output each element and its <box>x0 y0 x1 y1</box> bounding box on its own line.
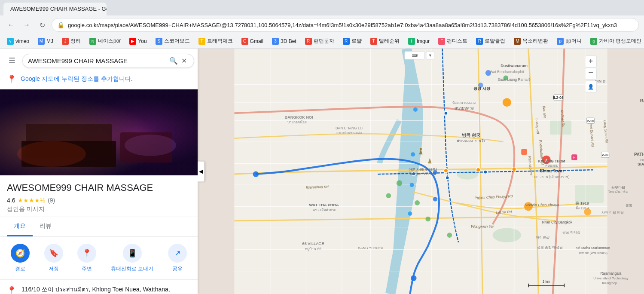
svg-text:Temple (Wat Khaek): Temple (Wat Khaek) <box>578 251 607 255</box>
bookmark-youtube[interactable]: ▶ You <box>126 36 150 46</box>
svg-point-50 <box>397 180 402 186</box>
svg-text:Rajamangala: Rajamangala <box>600 271 621 276</box>
bookmark-3dbet[interactable]: 3 3D Bet <box>269 36 300 46</box>
photo-svg <box>0 89 198 175</box>
svg-text:SIAM AREA: SIAM AREA <box>638 162 644 166</box>
bookmark-jeongli[interactable]: J 정리 <box>58 36 84 46</box>
svg-text:Dusitwanaram: Dusitwanaram <box>501 64 528 68</box>
send-to-phone-button[interactable]: 📱 휴대전화로 보내기 <box>111 244 153 273</box>
browser-chrome: AWESOME999 CHAIR MASSAGE - Google 지도 ← →… <box>0 0 644 49</box>
sidebar-panel: ☰ 🔍 ✕ 📍 Google 지도에 누락된 장소를 추가합니다. <box>0 49 198 294</box>
map-area[interactable]: ◀ .road { stroke: #fff; fill: none; } .r… <box>198 49 644 294</box>
bookmark-mj[interactable]: M MJ <box>34 36 57 46</box>
svg-point-40 <box>420 148 422 150</box>
tab-overview[interactable]: 개요 <box>7 217 33 236</box>
yt-favicon: ▶ <box>129 38 136 45</box>
directions-button[interactable]: 🧭 경로 <box>11 244 30 273</box>
bookmark-royal[interactable]: R 로얄 <box>339 36 365 46</box>
royal-favicon: R <box>343 38 350 45</box>
save-button[interactable]: 🔖 저장 <box>44 244 63 273</box>
vimeo-favicon: v <box>7 38 14 45</box>
missing-place-notice[interactable]: 📍 Google 지도에 누락된 장소를 추가합니다. <box>0 69 198 89</box>
svg-text:WAT THA PHRA: WAT THA PHRA <box>309 203 339 207</box>
svg-text:2-10: 2-10 <box>587 119 594 123</box>
forward-button[interactable]: → <box>21 19 33 31</box>
map-collapse-button[interactable]: ◀ <box>198 161 204 182</box>
bookmark-london[interactable]: R 런던문자 <box>302 36 338 46</box>
search-input-wrapper[interactable]: 🔍 ✕ <box>22 54 194 68</box>
svg-text:Itsaraphap Rd: Itsaraphap Rd <box>306 185 329 190</box>
share-button[interactable]: ↗ 공유 <box>168 244 187 273</box>
browser-tabs-bar: AWESOME999 CHAIR MASSAGE - Google 지도 <box>0 0 644 15</box>
active-tab[interactable]: AWESOME999 CHAIR MASSAGE - Google 지도 <box>3 3 107 15</box>
save-icon: 🔖 <box>44 244 63 263</box>
bookmark-scoreboard[interactable]: S 스코어보드 <box>152 36 193 46</box>
svg-point-60 <box>410 183 414 187</box>
hamburger-menu-button[interactable]: ☰ <box>3 52 21 69</box>
stars-display: ★★★★½ <box>18 197 45 204</box>
share-label: 공유 <box>172 265 183 273</box>
svg-rect-49 <box>521 149 527 155</box>
bookmark-neispur[interactable]: N 네이스por <box>86 36 124 46</box>
location-add-icon: 📍 <box>7 74 16 84</box>
fundist-favicon: F <box>438 38 445 45</box>
svg-text:66 VILLAGE: 66 VILLAGE <box>302 242 324 246</box>
bookmark-royalclub[interactable]: R 로얄클럽 <box>473 36 509 46</box>
svg-text:⌨: ⌨ <box>412 53 418 58</box>
svg-text:วัดอรุณราชวราราม: วัดอรุณราชวราราม <box>409 172 436 176</box>
bookmark-pp[interactable]: p pp머니 <box>553 36 585 46</box>
svg-text:KHLONG THOM: KHLONG THOM <box>538 159 565 163</box>
svg-text:+: + <box>589 57 593 65</box>
tab-reviews[interactable]: 리뷰 <box>33 217 58 236</box>
place-photo[interactable] <box>0 89 198 175</box>
bookmark-fundist[interactable]: F 펀디스트 <box>435 36 471 46</box>
svg-text:คลองถม: คลองถม <box>545 163 558 168</box>
bookmarks-bar: v vimeo M MJ J 정리 N 네이스por ▶ You S 스코어보드… <box>0 34 644 48</box>
mj-favicon: M <box>38 38 45 45</box>
svg-text:▼: ▼ <box>428 53 432 58</box>
bookmark-fundist-label: 펀디스트 <box>447 37 467 45</box>
bookmark-gmail[interactable]: G Gmail <box>238 36 267 46</box>
nearby-label: 주변 <box>82 265 92 273</box>
bookmark-traffic-label: 트래픽체크 <box>207 37 233 45</box>
svg-text:−: − <box>588 67 593 77</box>
review-count: (9) <box>48 197 55 204</box>
svg-text:1 km: 1 km <box>543 279 550 284</box>
svg-text:University of Technology: University of Technology <box>593 276 628 280</box>
search-button[interactable]: 🔍 <box>168 57 180 65</box>
bookmark-gabia[interactable]: g 가비아 평생도메인 <box>587 36 644 46</box>
photo-inner <box>0 89 198 175</box>
score-favicon: S <box>156 38 162 45</box>
svg-point-9 <box>492 228 521 242</box>
address-bar[interactable]: 🔒 google.co.kr/maps/place/AWESOME999+CHA… <box>52 18 639 32</box>
bookmark-vimeo[interactable]: v vimeo <box>3 36 33 46</box>
reload-button[interactable]: ↻ <box>36 19 48 31</box>
bookmark-voice[interactable]: M 목소리변환 <box>510 36 552 46</box>
rating-number: 4.6 <box>7 197 15 204</box>
save-label: 저장 <box>49 265 59 273</box>
bookmark-traffic[interactable]: T 트래픽체크 <box>195 36 236 46</box>
back-button[interactable]: ← <box>5 19 17 31</box>
directions-icon: 🧭 <box>11 244 30 263</box>
svg-rect-12 <box>575 185 604 203</box>
bookmark-imgur[interactable]: i Imgur <box>405 36 433 46</box>
bookmark-london-label: 런던문자 <box>314 37 334 45</box>
address-icon: 📍 <box>7 286 16 294</box>
svg-text:Wat Benchamabophit: Wat Benchamabophit <box>490 70 524 74</box>
place-info: AWESOME999 CHAIR MASSAGE 4.6 ★★★★½ (9) 성… <box>0 175 198 217</box>
svg-text:River City Bangkok: River City Bangkok <box>542 220 573 224</box>
bookmark-telerank[interactable]: T 텔레순위 <box>367 36 403 46</box>
rating-row: 4.6 ★★★★½ (9) <box>7 197 191 204</box>
imgur-favicon: i <box>408 38 415 45</box>
bookmark-gmail-label: Gmail <box>250 38 263 44</box>
search-input[interactable] <box>28 57 168 64</box>
browser-toolbar: ← → ↻ 🔒 google.co.kr/maps/place/AWESOME9… <box>0 15 644 34</box>
nearby-button[interactable]: 📍 주변 <box>77 244 96 273</box>
place-name: AWESOME999 CHAIR MASSAGE <box>7 182 191 193</box>
3dbet-favicon: 3 <box>272 38 279 45</box>
jeongli-favicon: J <box>62 38 69 45</box>
svg-text:แขวงบ้านช่างหล่อ: แขวงบ้านช่างหล่อ <box>336 131 362 135</box>
search-clear-button[interactable]: ✕ <box>180 57 189 65</box>
svg-point-141 <box>253 172 259 177</box>
svg-point-34 <box>484 170 487 174</box>
